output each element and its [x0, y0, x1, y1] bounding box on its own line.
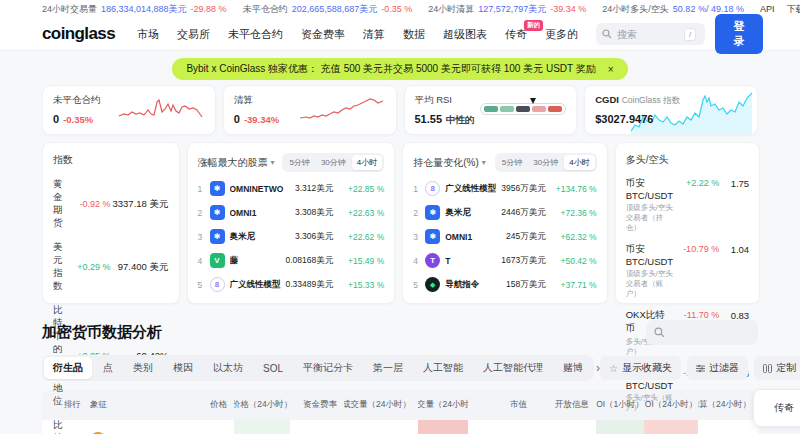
nav-data[interactable]: 数据: [403, 27, 425, 42]
legend-side-tab[interactable]: 传奇: [753, 389, 800, 427]
nav-exchanges[interactable]: 交易所: [177, 27, 210, 42]
tab-ai-agent[interactable]: 人工智能代理: [474, 357, 552, 379]
stat-24h-volume: 24小时交易量 186,334,014,888美元 -29.88 %: [42, 3, 227, 16]
nav-search-box[interactable]: /: [596, 23, 705, 45]
card-title-dropdown[interactable]: 涨幅最大的股票▾: [198, 156, 275, 170]
stat-change: -0.35 %: [381, 4, 412, 14]
card-liquidation[interactable]: 清算 0-39.34%: [223, 85, 397, 135]
omni-token-icon: ✱: [210, 229, 225, 244]
tab-30m[interactable]: 30分钟: [528, 155, 563, 170]
col-volume-24h[interactable]: 成交量（24小时）: [344, 390, 418, 420]
long-short-row[interactable]: 币安BTC/USDT顶级多头/空头交易者（持仓） +2.22 % 1.75: [626, 177, 750, 233]
index-row-gold[interactable]: 黄金期货 -0.92 % 3337.18 美元: [53, 178, 169, 230]
stat-change: -29.88 %: [191, 4, 227, 14]
tab-4h[interactable]: 4小时: [352, 155, 382, 170]
col-funding[interactable]: 资金费率: [290, 390, 344, 420]
coinglass-logo[interactable]: coinglass: [42, 24, 115, 44]
gainer-row[interactable]: 2 ✱ OMNI1 3.308美元 +22.63 %: [198, 205, 385, 220]
gainer-row[interactable]: 3 ✱ 奥米尼 3.306美元 +22.62 %: [198, 229, 385, 244]
col-rank[interactable]: 排行: [64, 390, 90, 420]
long-short-row[interactable]: 币安BTC/USDT顶级多头/空头交易者（账户） -10.79 % 1.04: [626, 243, 750, 299]
vine-token-icon: V: [210, 253, 225, 268]
nav-search-input[interactable]: [617, 29, 679, 40]
liquidation-sparkline: [296, 96, 388, 126]
tab-4h[interactable]: 4小时: [564, 155, 594, 170]
api-link[interactable]: API: [760, 4, 775, 14]
tab-categories[interactable]: 类别: [124, 357, 162, 379]
nav-liquidation[interactable]: 清算: [363, 27, 385, 42]
glm-token-icon: 8: [210, 277, 225, 292]
tab-bsc[interactable]: 平衡记分卡: [294, 357, 362, 379]
card-open-interest[interactable]: 未平仓合约 0-0.35%: [42, 85, 216, 135]
card-title: 清算: [234, 94, 280, 107]
filter-button[interactable]: 过滤器: [687, 356, 748, 380]
oi-change-row[interactable]: 5 ◆ 导航指令 158万美元 +37.71 %: [413, 277, 596, 292]
tab-ethereum[interactable]: 以太坊: [204, 357, 252, 379]
gauge-segment: [548, 106, 562, 112]
card-average-rsi[interactable]: 平均 RSI 51.55中性的: [404, 85, 578, 135]
oi-change-row[interactable]: 2 ✱ 奥米尼 2446万美元 +72.36 %: [413, 205, 596, 220]
oi-change-row[interactable]: 4 T T 1673万美元 +50.42 %: [413, 253, 596, 268]
card-top-gainers: 涨幅最大的股票▾ 5分钟 30分钟 4小时 1 ✱ OMNINETWO 3.31…: [187, 142, 396, 304]
card-cgdi-index[interactable]: CGDI CoinGlass 指数 $3027.9476: [584, 85, 758, 135]
card-title-dropdown[interactable]: 持仓量变化(%)▾: [413, 156, 486, 170]
card-indices: 指数 黄金期货 -0.92 % 3337.18 美元 美元指数 +0.29 % …: [42, 142, 180, 304]
banner-close-icon[interactable]: ×: [608, 64, 614, 75]
col-market-cap[interactable]: 市值: [468, 390, 534, 420]
stat-change: -39.34 %: [550, 4, 586, 14]
nav-funding-rate[interactable]: 资金费率: [301, 27, 345, 42]
stat-value: 186,334,014,888美元: [101, 3, 187, 16]
timeframe-tabs: 5分钟 30分钟 4小时: [282, 153, 384, 172]
oi-change-row[interactable]: 3 ✱ OMNI1 245万美元 +62.32 %: [413, 229, 596, 244]
nav-markets[interactable]: 市场: [137, 27, 159, 42]
category-tabs: 衍生品 点 类别 模因 以太坊 SOL 平衡记分卡 第一层 人工智能 人工智能代…: [42, 355, 594, 381]
gainer-row[interactable]: 4 V 藤 0.08168美元 +15.49 %: [198, 253, 385, 268]
tab-spot[interactable]: 点: [94, 357, 122, 379]
tab-layer1[interactable]: 第一层: [364, 357, 412, 379]
tab-sol[interactable]: SOL: [254, 359, 292, 378]
table-search-input[interactable]: [670, 327, 750, 338]
index-row-dxy[interactable]: 美元指数 +0.29 % 97.400 美元: [53, 241, 169, 293]
customize-button[interactable]: 定制: [754, 356, 800, 380]
table-search-box[interactable]: [646, 320, 758, 345]
show-favorites-button[interactable]: ☆ 显示收藏夹: [600, 356, 681, 380]
gainer-row[interactable]: 5 8 广义线性模型 0.33489美元 +15.33 %: [198, 277, 385, 292]
col-liquidation-24h[interactable]: 清算（24小时）: [698, 390, 758, 420]
nav-more[interactable]: 更多的: [545, 27, 578, 42]
cell-funding: 0.0084%: [290, 420, 344, 434]
cell-symbol[interactable]: B 比特币: [90, 420, 166, 434]
table-row-bitcoin[interactable]: ☆ 1 B 比特币 118195.9美元 +0.48% 0.0084% 377.…: [42, 420, 758, 434]
gainer-row[interactable]: 1 ✱ OMNINETWO 3.312美元 +22.85 %: [198, 181, 385, 196]
stat-label: 24小时交易量: [42, 3, 97, 16]
col-symbol[interactable]: 象征: [90, 390, 166, 420]
nav-open-interest[interactable]: 未平仓合约: [228, 27, 283, 42]
col-price-24h[interactable]: 价格（24小时）: [234, 390, 290, 420]
download-app-link[interactable]: 下载APP: [786, 3, 800, 16]
timeframe-tabs: 5分钟 30分钟 4小时: [495, 153, 597, 172]
cell-open-interest: 862.5亿美元: [534, 420, 596, 434]
cell-price-24h: +0.48%: [234, 420, 290, 434]
tab-30m[interactable]: 30分钟: [316, 155, 351, 170]
tab-ai[interactable]: 人工智能: [414, 357, 472, 379]
col-oi-24h[interactable]: OI（24小时）: [644, 390, 698, 420]
nav-legend[interactable]: 传奇 新的: [505, 27, 527, 42]
login-button[interactable]: 登录: [715, 14, 763, 54]
col-price[interactable]: 价格: [166, 390, 234, 420]
customize-icon: [763, 364, 772, 373]
col-open-interest[interactable]: 开放信息: [534, 390, 596, 420]
tab-gambling[interactable]: 赌博: [554, 357, 592, 379]
favorite-star-icon[interactable]: ☆: [42, 420, 64, 434]
cell-oi-1h: +0.14%: [596, 420, 644, 434]
promo-banner[interactable]: Bybit x CoinGlass 独家优惠： 充值 500 美元并交易 500…: [172, 58, 627, 80]
oi-change-row[interactable]: 1 8 广义线性模型 3956万美元 +134.76 %: [413, 181, 596, 196]
tab-5m[interactable]: 5分钟: [497, 155, 527, 170]
section-title: 加密货币数据分析: [42, 323, 162, 342]
col-oi-1h[interactable]: OI（1小时）: [596, 390, 644, 420]
col-volume-change-24h[interactable]: 成交量（24小时）: [418, 390, 468, 420]
tab-derivatives[interactable]: 衍生品: [44, 357, 92, 379]
nav-supercharts[interactable]: 超级图表: [443, 27, 487, 42]
tab-meme[interactable]: 模因: [164, 357, 202, 379]
tab-5m[interactable]: 5分钟: [284, 155, 314, 170]
cell-market-cap: 2.35万亿美元: [468, 420, 534, 434]
chevron-down-icon: ▾: [482, 158, 486, 167]
